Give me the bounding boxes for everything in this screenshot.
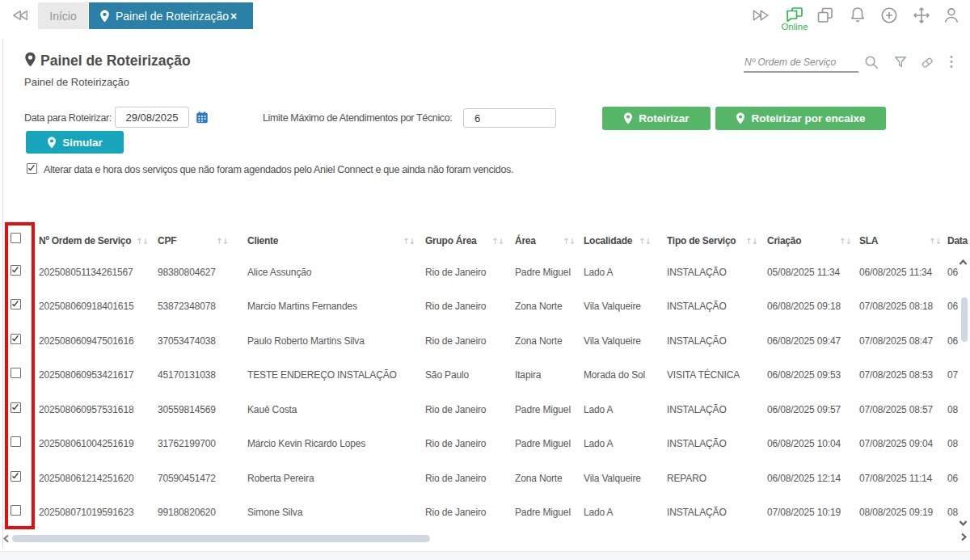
table-cell: 202508060953421617 — [39, 369, 133, 381]
sort-icon[interactable]: ↑↓ — [839, 237, 851, 246]
tab-painel-de-roteirizacao[interactable]: Painel de Roteirização × — [89, 2, 253, 29]
column-header[interactable]: Grupo Área — [425, 235, 477, 246]
table-cell: 202508061214251620 — [39, 473, 133, 484]
table-cell: Kauê Costa — [247, 404, 297, 415]
scroll-up-icon[interactable] — [958, 258, 968, 267]
column-header[interactable]: Tipo de Serviço — [667, 235, 736, 246]
table-cell: Padre Miguel — [515, 507, 571, 518]
table-cell: Padre Miguel — [515, 404, 571, 415]
table-cell: 98380804627 — [158, 267, 216, 278]
date-input[interactable]: 29/08/2025 — [115, 107, 189, 128]
vertical-scrollbar[interactable] — [961, 297, 968, 342]
page-subtitle: Painel de Roteirização — [24, 76, 129, 88]
simular-button[interactable]: Simular — [26, 131, 124, 154]
location-pin-icon — [623, 112, 633, 124]
more-options-icon[interactable] — [943, 53, 960, 71]
scroll-right-icon[interactable] — [959, 532, 968, 542]
table-cell: 06 — [947, 473, 958, 484]
column-header[interactable]: Cliente — [247, 235, 278, 246]
search-input[interactable]: Nº Ordem de Serviço — [744, 57, 836, 68]
table-cell: Rio de Janeiro — [425, 335, 486, 347]
table-cell: 06 — [947, 335, 958, 347]
sort-icon[interactable]: ↑↓ — [563, 237, 575, 246]
scroll-down-icon[interactable] — [958, 518, 968, 528]
column-header[interactable]: Criação — [767, 235, 801, 246]
eraser-icon[interactable] — [919, 55, 935, 70]
add-circle-icon[interactable] — [879, 6, 899, 25]
collapse-tabs-icon[interactable] — [11, 7, 29, 23]
roteirizar-label: Roteirizar — [639, 112, 689, 124]
fast-forward-icon[interactable] — [751, 6, 770, 24]
table-cell: 06 — [947, 301, 958, 312]
date-label: Data para Roteirizar: — [24, 112, 112, 124]
table-cell: 06 — [947, 267, 958, 278]
table-cell: Lado A — [584, 507, 613, 518]
table-cell: 70590451472 — [158, 473, 216, 484]
table-cell: 06/08/2025 09:57 — [767, 404, 841, 415]
move-icon[interactable] — [912, 6, 931, 25]
sort-icon[interactable]: ↑↓ — [216, 237, 228, 246]
table-cell: 202508060918401615 — [39, 301, 133, 312]
table-cell: 07/08/2025 11:14 — [859, 473, 932, 484]
table-cell: Padre Miguel — [515, 438, 571, 449]
table-cell: INSTALAÇÃO — [667, 335, 727, 347]
table-cell: 07/08/2025 08:18 — [859, 301, 933, 312]
table-cell: 05/08/2025 11:34 — [767, 267, 840, 278]
roteirizar-por-encaixe-button[interactable]: Roteirizar por encaixe — [715, 107, 886, 130]
tab-bar: Início Painel de Roteirização × Online — [0, 0, 970, 31]
table-cell: Márcio Kevin Ricardo Lopes — [247, 438, 365, 449]
simular-label: Simular — [62, 137, 103, 149]
alter-datetime-checkbox[interactable] — [27, 163, 37, 174]
search-icon[interactable] — [862, 53, 880, 71]
table-cell: 202508051134261567 — [39, 267, 133, 278]
sort-icon[interactable]: ↑↓ — [929, 237, 941, 246]
table-cell: INSTALAÇÃO — [667, 404, 727, 415]
encaixe-label: Roteirizar por encaixe — [751, 112, 865, 124]
filter-icon[interactable] — [892, 54, 909, 70]
horizontal-scrollbar[interactable] — [12, 535, 430, 542]
notifications-bell-icon[interactable] — [848, 6, 867, 25]
table-cell: Lado A — [584, 438, 613, 449]
table-cell: REPARO — [667, 473, 706, 484]
table-cell: Zona Norte — [515, 473, 563, 484]
table-cell: Rio de Janeiro — [425, 301, 486, 312]
column-header[interactable]: Data — [947, 235, 968, 246]
table-cell: INSTALAÇÃO — [667, 507, 727, 518]
sort-icon[interactable]: ↑↓ — [639, 237, 651, 246]
scroll-left-icon[interactable] — [2, 533, 11, 544]
table-cell: 31762199700 — [158, 438, 216, 449]
column-header[interactable]: CPF — [158, 235, 176, 246]
table-cell: Simone Silva — [247, 507, 302, 518]
column-header[interactable]: Localidade — [584, 235, 632, 246]
annotation-highlight-box — [5, 222, 35, 529]
table-cell: 07/08/2025 10:19 — [767, 507, 841, 518]
sort-icon[interactable]: ↑↓ — [136, 237, 148, 246]
table-cell: 06/08/2025 11:34 — [859, 267, 932, 278]
table-cell: 202508061004251619 — [39, 438, 133, 449]
limit-input[interactable]: 6 — [463, 108, 556, 128]
column-header[interactable]: Área — [515, 235, 536, 246]
table-cell: 06/08/2025 09:18 — [767, 301, 841, 312]
tab-inicio[interactable]: Início — [38, 2, 88, 29]
table-cell: 202508060947501616 — [39, 335, 133, 347]
page-title-pin-icon — [24, 52, 36, 67]
table-cell: Roberta Pereira — [247, 473, 314, 484]
sort-icon[interactable]: ↑↓ — [491, 237, 504, 246]
table-cell: Zona Norte — [515, 301, 563, 312]
table-cell: Morada do Sol — [584, 369, 645, 381]
user-icon[interactable] — [942, 6, 961, 25]
table-cell: Lado A — [584, 267, 613, 278]
column-header[interactable]: SLA — [859, 235, 878, 246]
limit-label: Limite Máximo de Atendimentos por Técnic… — [263, 112, 453, 124]
table-cell: 07/08/2025 08:53 — [859, 369, 933, 381]
sort-icon[interactable]: ↑↓ — [745, 237, 757, 246]
table-cell: 08 — [947, 404, 958, 415]
table-cell: 45170131038 — [158, 369, 216, 381]
roteirizar-button[interactable]: Roteirizar — [602, 107, 711, 130]
copy-windows-icon[interactable] — [816, 6, 835, 24]
column-header[interactable]: Nº Ordem de Serviço — [39, 235, 131, 246]
calendar-icon[interactable] — [195, 110, 209, 124]
tab-close-icon[interactable]: × — [230, 11, 237, 22]
panel-left-border — [2, 39, 3, 548]
sort-icon[interactable]: ↑↓ — [403, 237, 415, 246]
